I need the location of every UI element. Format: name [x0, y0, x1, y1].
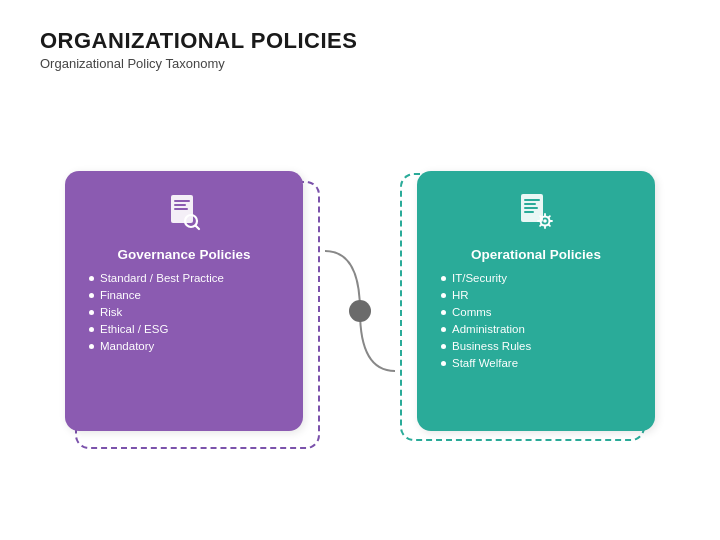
svg-rect-3 [174, 208, 188, 210]
bullet-icon [89, 276, 94, 281]
bullet-icon [89, 327, 94, 332]
governance-card-wrapper: Governance Policies Standard / Best Prac… [65, 171, 320, 451]
list-item: Comms [441, 306, 635, 318]
operational-icon [513, 189, 559, 239]
bullet-icon [441, 293, 446, 298]
list-item: IT/Security [441, 272, 635, 284]
operational-card: Operational Policies IT/SecurityHRCommsA… [417, 171, 655, 431]
svg-line-20 [540, 224, 541, 225]
svg-line-18 [549, 224, 550, 225]
svg-rect-10 [524, 211, 534, 213]
governance-icon [161, 189, 207, 239]
bullet-icon [441, 276, 446, 281]
list-item: Ethical / ESG [89, 323, 283, 335]
list-item: Business Rules [441, 340, 635, 352]
svg-line-19 [549, 216, 550, 217]
operational-card-wrapper: Operational Policies IT/SecurityHRCommsA… [400, 171, 655, 451]
svg-rect-8 [524, 203, 536, 205]
operational-title: Operational Policies [471, 247, 601, 262]
svg-rect-1 [174, 200, 190, 202]
bullet-icon [441, 361, 446, 366]
svg-line-5 [196, 225, 200, 229]
diagram-area: Governance Policies Standard / Best Prac… [40, 101, 680, 520]
operational-list: IT/SecurityHRCommsAdministrationBusiness… [437, 272, 635, 374]
svg-line-17 [540, 216, 541, 217]
page-subtitle: Organizational Policy Taxonomy [40, 56, 680, 71]
list-item: Standard / Best Practice [89, 272, 283, 284]
bullet-icon [89, 310, 94, 315]
bullet-icon [89, 344, 94, 349]
page-title: ORGANIZATIONAL POLICIES [40, 28, 680, 54]
svg-rect-9 [524, 207, 538, 209]
list-item: Risk [89, 306, 283, 318]
bullet-icon [441, 327, 446, 332]
governance-card: Governance Policies Standard / Best Prac… [65, 171, 303, 431]
list-item: Mandatory [89, 340, 283, 352]
svg-point-12 [543, 219, 547, 223]
connector [320, 171, 400, 451]
bullet-icon [441, 344, 446, 349]
svg-rect-2 [174, 204, 186, 206]
governance-list: Standard / Best PracticeFinanceRiskEthic… [85, 272, 283, 357]
list-item: Finance [89, 289, 283, 301]
list-item: Staff Welfare [441, 357, 635, 369]
svg-rect-7 [524, 199, 540, 201]
bullet-icon [441, 310, 446, 315]
connector-circle [349, 300, 371, 322]
governance-title: Governance Policies [118, 247, 251, 262]
list-item: Administration [441, 323, 635, 335]
bullet-icon [89, 293, 94, 298]
page: ORGANIZATIONAL POLICIES Organizational P… [0, 0, 720, 540]
list-item: HR [441, 289, 635, 301]
